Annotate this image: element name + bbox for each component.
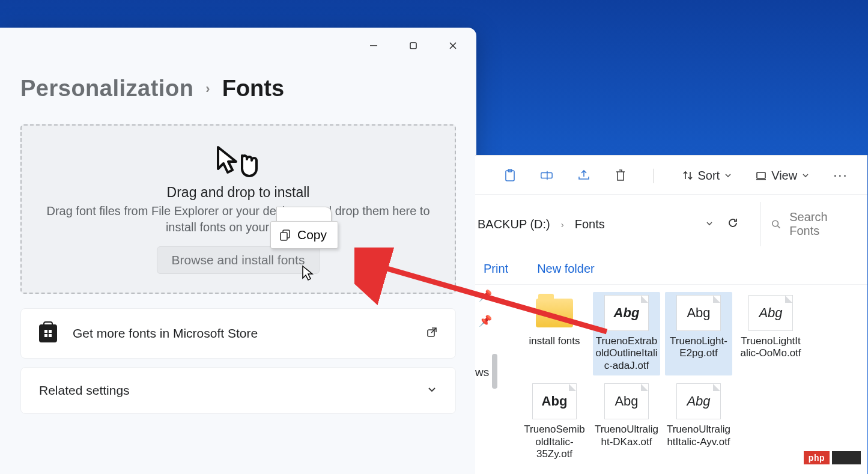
explorer-window: │ Sort View ··· BACKUP (D:) › Fonts Sear…: [475, 155, 867, 474]
font-file-icon: Abg: [532, 383, 577, 419]
file-item[interactable]: AbgTruenoUltralight-DKax.otf: [593, 380, 660, 464]
pin-icon: 📌: [479, 314, 492, 327]
font-file-icon: Abg: [676, 383, 721, 419]
search-input[interactable]: Search Fonts: [760, 202, 867, 246]
svg-rect-5: [49, 330, 52, 333]
drag-copy-tooltip: Copy: [270, 207, 338, 234]
chevron-down-icon: [724, 172, 732, 179]
svg-rect-15: [757, 172, 765, 178]
browse-fonts-button[interactable]: Browse and install fonts: [157, 246, 320, 274]
related-settings-label: Related settings: [39, 383, 130, 398]
share-icon[interactable]: [577, 169, 590, 182]
svg-point-17: [772, 220, 778, 226]
dropzone-title: Drag and drop to install: [167, 184, 310, 201]
breadcrumb: Personalization › Fonts: [0, 59, 476, 105]
close-button[interactable]: [434, 32, 472, 59]
rename-icon[interactable]: [540, 169, 553, 182]
folder-icon: [536, 299, 573, 327]
address-path[interactable]: BACKUP (D:) › Fonts: [478, 217, 692, 231]
file-item[interactable]: install fonts: [521, 292, 588, 375]
font-file-icon: Abg: [748, 295, 793, 331]
watermark: php: [804, 451, 861, 464]
svg-rect-4: [44, 330, 47, 333]
file-label: TruenoLightItalic-OoMo.otf: [738, 335, 803, 360]
file-item[interactable]: AbgTruenoLightItalic-OoMo.otf: [737, 292, 804, 375]
file-label: install fonts: [529, 335, 580, 347]
svg-rect-13: [541, 172, 552, 178]
font-file-icon: Abg: [676, 295, 721, 331]
pin-icon: 📌: [479, 289, 492, 302]
file-label: TruenoUltralightItalic-Ayv.otf: [666, 424, 731, 448]
maximize-button[interactable]: [395, 32, 432, 59]
more-options-button[interactable]: ···: [833, 168, 848, 183]
chevron-down-icon: [426, 384, 437, 398]
related-settings-row[interactable]: Related settings: [20, 367, 456, 414]
search-placeholder: Search Fonts: [789, 210, 858, 238]
sidebar-scrollbar[interactable]: [492, 354, 497, 389]
pin-column: 📌 📌: [479, 289, 492, 327]
store-link-label: Get more fonts in Microsoft Store: [73, 326, 258, 341]
minimize-button[interactable]: [355, 32, 392, 59]
paste-icon[interactable]: [504, 169, 516, 182]
path-drive[interactable]: BACKUP (D:): [478, 217, 550, 231]
copy-icon: [279, 229, 291, 241]
sidebar-text-fragment: ws: [475, 366, 489, 379]
drag-tooltip-label: Copy: [297, 228, 327, 242]
new-folder-action[interactable]: New folder: [537, 262, 595, 276]
store-icon: [39, 324, 57, 342]
window-titlebar: [0, 28, 476, 59]
font-file-icon: Abg: [604, 295, 649, 331]
svg-rect-6: [44, 334, 47, 337]
breadcrumb-current: Fonts: [222, 76, 284, 102]
svg-line-18: [777, 226, 780, 228]
watermark-text: php: [804, 451, 830, 464]
external-link-icon: [426, 327, 437, 341]
delete-icon[interactable]: [615, 169, 627, 182]
file-label: TruenoSemiboldItalic-35Zy.otf: [522, 424, 587, 460]
svg-rect-1: [410, 43, 416, 49]
view-label: View: [771, 169, 797, 183]
file-label: TruenoLight-E2pg.otf: [666, 335, 731, 360]
sort-button[interactable]: Sort: [682, 169, 732, 183]
font-file-icon: Abg: [604, 383, 649, 419]
file-item[interactable]: AbgTruenoSemiboldItalic-35Zy.otf: [521, 380, 588, 464]
sort-label: Sort: [698, 169, 720, 183]
view-button[interactable]: View: [756, 169, 809, 183]
svg-rect-7: [49, 334, 52, 337]
settings-window: Personalization › Fonts Drag and drop to…: [0, 28, 476, 474]
font-dropzone[interactable]: Drag and drop to install Drag font files…: [20, 124, 456, 294]
svg-rect-10: [281, 232, 287, 240]
file-item[interactable]: AbgTruenoUltralightItalic-Ayv.otf: [665, 380, 732, 464]
chevron-down-icon: [802, 172, 809, 179]
search-icon: [771, 219, 781, 229]
watermark-block: [832, 451, 861, 464]
breadcrumb-parent[interactable]: Personalization: [20, 76, 193, 102]
explorer-toolbar: │ Sort View ···: [475, 156, 867, 195]
folder-actions: Print New folder: [475, 254, 867, 285]
chevron-down-icon[interactable]: [705, 217, 714, 231]
file-label: TruenoUltralight-DKax.otf: [594, 424, 659, 448]
file-label: TruenoExtraboldOutlineItalic-adaJ.otf: [594, 335, 659, 372]
refresh-icon[interactable]: [727, 217, 739, 232]
file-item[interactable]: AbgTruenoExtraboldOutlineItalic-adaJ.otf: [593, 292, 660, 375]
drag-cursor-icon: [214, 145, 263, 180]
dropzone-subtitle: Drag font files from File Explorer or yo…: [46, 203, 431, 235]
path-folder[interactable]: Fonts: [575, 217, 605, 231]
address-bar-row: BACKUP (D:) › Fonts Search Fonts: [475, 195, 867, 254]
print-action[interactable]: Print: [484, 262, 508, 276]
file-grid: install fontsAbgTruenoExtraboldOutlineIt…: [475, 285, 867, 464]
store-link-card[interactable]: Get more fonts in Microsoft Store: [20, 308, 456, 359]
chevron-right-icon: ›: [205, 81, 210, 97]
chevron-right-icon: ›: [561, 219, 564, 229]
file-item[interactable]: AbgTruenoLight-E2pg.otf: [665, 292, 732, 375]
